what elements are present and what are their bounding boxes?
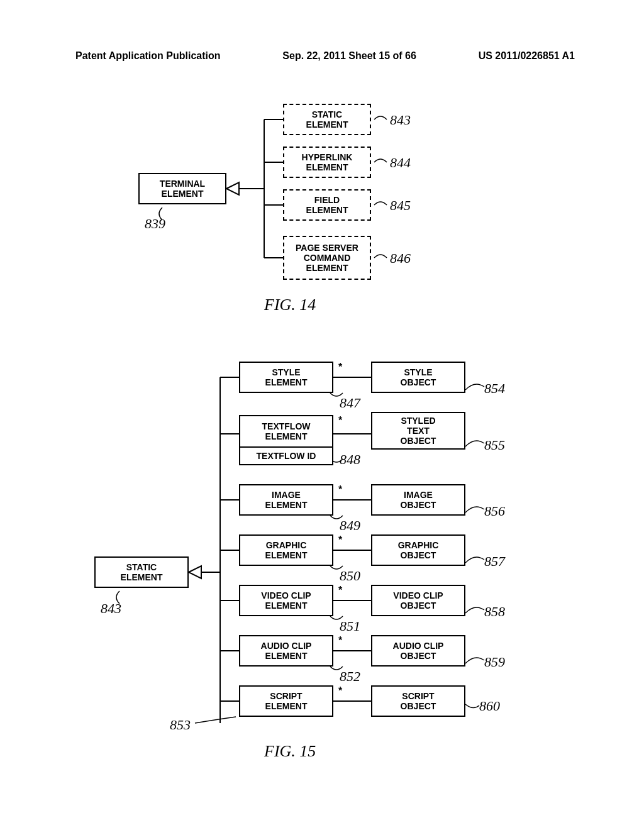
ref-851: 851 <box>340 618 360 634</box>
textflow-element-label: TEXTFLOW ELEMENT <box>240 421 332 441</box>
script-object-label: SCRIPT OBJECT <box>372 691 464 711</box>
video-clip-element-label: VIDEO CLIP ELEMENT <box>240 590 332 611</box>
terminal-element-label: TERMINAL ELEMENT <box>140 179 225 199</box>
styled-text-object-label: STYLED TEXT OBJECT <box>372 416 464 446</box>
header-center: Sep. 22, 2011 Sheet 15 of 66 <box>282 50 416 62</box>
ref-839: 839 <box>145 216 165 232</box>
star-851: * <box>338 585 342 596</box>
ref-857: 857 <box>484 553 505 570</box>
styled-text-object-box: STYLED TEXT OBJECT <box>371 412 465 450</box>
style-object-label: STYLE OBJECT <box>372 367 464 387</box>
video-clip-object-label: VIDEO CLIP OBJECT <box>372 590 464 611</box>
ref-853: 853 <box>170 717 191 733</box>
image-element-box: IMAGE ELEMENT <box>239 484 333 516</box>
static-element-box-fig14: STATIC ELEMENT <box>283 104 371 135</box>
ref-845: 845 <box>390 197 411 214</box>
star-849: * <box>338 484 342 495</box>
static-element-box-fig15: STATIC ELEMENT <box>94 556 189 588</box>
script-element-box: SCRIPT ELEMENT <box>239 685 333 717</box>
textflow-id-label: TEXTFLOW ID <box>240 451 332 461</box>
script-element-label: SCRIPT ELEMENT <box>240 691 332 711</box>
star-847: * <box>338 362 342 373</box>
graphic-element-box: GRAPHIC ELEMENT <box>239 534 333 566</box>
ref-855: 855 <box>484 437 505 453</box>
ref-846: 846 <box>390 250 411 267</box>
style-element-label: STYLE ELEMENT <box>240 367 332 387</box>
ref-847: 847 <box>340 395 360 411</box>
ref-843b: 843 <box>101 600 121 617</box>
textflow-element-box: TEXTFLOW ELEMENT <box>239 415 333 446</box>
image-object-label: IMAGE OBJECT <box>372 490 464 510</box>
audio-clip-element-label: AUDIO CLIP ELEMENT <box>240 641 332 661</box>
star-852: * <box>338 635 342 646</box>
audio-clip-object-label: AUDIO CLIP OBJECT <box>372 641 464 661</box>
field-element-label: FIELD ELEMENT <box>284 195 370 215</box>
star-848: * <box>338 415 342 426</box>
audio-clip-object-box: AUDIO CLIP OBJECT <box>371 635 465 667</box>
ref-854: 854 <box>484 380 505 397</box>
ref-850: 850 <box>340 568 360 584</box>
script-object-box: SCRIPT OBJECT <box>371 685 465 717</box>
page-server-command-element-label: PAGE SERVER COMMAND ELEMENT <box>284 243 370 273</box>
video-clip-object-box: VIDEO CLIP OBJECT <box>371 585 465 616</box>
graphic-object-label: GRAPHIC OBJECT <box>372 540 464 560</box>
ref-848: 848 <box>340 451 360 468</box>
page-header: Patent Application Publication Sep. 22, … <box>0 50 644 62</box>
header-right: US 2011/0226851 A1 <box>479 50 575 62</box>
graphic-element-label: GRAPHIC ELEMENT <box>240 540 332 560</box>
hyperlink-element-box: HYPERLINK ELEMENT <box>283 147 371 178</box>
ref-856: 856 <box>484 503 505 519</box>
graphic-object-box: GRAPHIC OBJECT <box>371 534 465 566</box>
style-object-box: STYLE OBJECT <box>371 362 465 393</box>
ref-849: 849 <box>340 517 360 534</box>
ref-844: 844 <box>390 155 411 171</box>
fig15-caption: FIG. 15 <box>264 742 316 761</box>
ref-860: 860 <box>479 698 500 714</box>
image-element-label: IMAGE ELEMENT <box>240 490 332 510</box>
star-850: * <box>338 534 342 546</box>
hyperlink-element-label: HYPERLINK ELEMENT <box>284 152 370 172</box>
style-element-box: STYLE ELEMENT <box>239 362 333 393</box>
ref-859: 859 <box>484 654 505 670</box>
fig14-caption: FIG. 14 <box>264 296 316 314</box>
header-left: Patent Application Publication <box>75 50 221 62</box>
static-element-label-fig15: STATIC ELEMENT <box>96 562 187 582</box>
image-object-box: IMAGE OBJECT <box>371 484 465 516</box>
ref-852: 852 <box>340 668 360 685</box>
ref-843a: 843 <box>390 112 411 128</box>
star-853: * <box>338 685 342 697</box>
video-clip-element-box: VIDEO CLIP ELEMENT <box>239 585 333 616</box>
textflow-id-attr: TEXTFLOW ID <box>239 446 333 465</box>
terminal-element-box: TERMINAL ELEMENT <box>138 173 226 204</box>
audio-clip-element-box: AUDIO CLIP ELEMENT <box>239 635 333 667</box>
ref-858: 858 <box>484 604 505 620</box>
page-server-command-element-box: PAGE SERVER COMMAND ELEMENT <box>283 236 371 280</box>
static-element-label-fig14: STATIC ELEMENT <box>284 109 370 130</box>
field-element-box: FIELD ELEMENT <box>283 189 371 221</box>
